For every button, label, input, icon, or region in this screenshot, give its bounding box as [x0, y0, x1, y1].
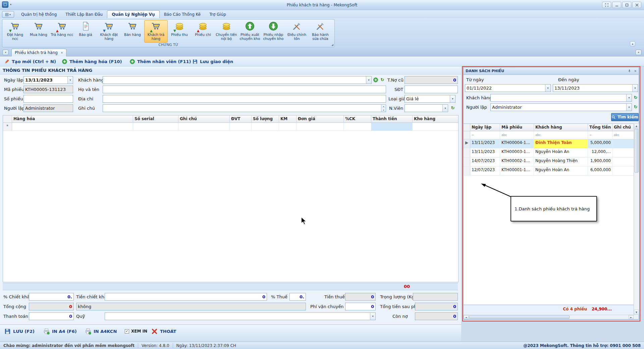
save-layout-button[interactable]: Lưu giao diện	[192, 56, 233, 66]
col-ck[interactable]: %CK	[344, 115, 371, 122]
chiet-khau-pct-input[interactable]: 0.	[29, 293, 74, 301]
ribbon-btn-chuyen-tien-noi-bo[interactable]: Chuyển tiền nội bộ	[215, 20, 238, 43]
dropdown-icon[interactable]: ▾	[545, 85, 550, 92]
tab-close-left-button[interactable]: ✕	[3, 50, 8, 55]
ribbon-btn-tra-hang-ncc[interactable]: ▲ Trả hàng ncc	[50, 20, 74, 43]
dropdown-icon[interactable]: ▾	[442, 105, 448, 112]
ribbon-btn-phieu-nhap-chuyen-kho[interactable]: Phiếu nhập chuyển kho	[262, 20, 285, 43]
scroll-left-icon[interactable]: ◄	[464, 315, 469, 319]
panel-close-icon[interactable]: ✕	[634, 69, 637, 73]
menu-tab-thiet-lap-ban-dau[interactable]: Thiết Lập Ban Đầu	[61, 11, 107, 18]
col-ghi-chu[interactable]: Ghi chú	[612, 124, 634, 131]
col-don-gia[interactable]: Đơn giá	[297, 115, 344, 122]
grid-cell[interactable]	[133, 123, 178, 131]
col-thanh-tien[interactable]: Thành tiền	[371, 115, 413, 122]
ribbon-btn-phieu-thu[interactable]: ▼ Phiếu thu	[168, 20, 191, 43]
panel-khach-hang-select[interactable]: ▾	[490, 94, 632, 102]
table-row[interactable]: 12/07/2023 KTH00001-1... Nguyễn Hoàn An …	[464, 166, 634, 176]
grid-cell[interactable]	[413, 123, 457, 131]
thue-pct-input[interactable]: 0.	[289, 293, 306, 301]
col-hang-hoa[interactable]: Hàng hóa	[12, 115, 133, 122]
tab-close-right-button[interactable]: ✕	[636, 50, 641, 55]
table-row[interactable]: 13/11/2023 KTH00003-1... Nguyễn Hoàn An …	[464, 148, 634, 157]
col-so-serial[interactable]: Số serial	[133, 115, 178, 122]
grid-cell[interactable]	[230, 123, 252, 131]
dropdown-icon[interactable]: ▾	[366, 77, 371, 84]
col-so-luong[interactable]: Số lượng	[252, 115, 279, 122]
menu-tab-quan-tri-he-thong[interactable]: Quản trị hệ thống	[17, 11, 61, 18]
grid-cell[interactable]	[252, 123, 279, 131]
tab-phieu-khach-tra-hang[interactable]: Phiếu khách trả hàng ✕	[11, 49, 66, 56]
col-km[interactable]: KM	[279, 115, 297, 122]
spinner-down-icon[interactable]: ▾	[381, 108, 386, 112]
print-a4kcn-button[interactable]: IN A4KCN	[85, 327, 117, 335]
refresh-employee-icon[interactable]: ↻	[450, 105, 455, 111]
checkbox-checked-icon[interactable]: ✓	[125, 329, 129, 334]
dia-chi-input[interactable]	[103, 95, 386, 103]
minimize-button[interactable]	[612, 2, 621, 8]
ribbon-btn-dieu-chinh-ton[interactable]: Điều chỉnh tồn	[285, 20, 309, 43]
scrollbar-thumb[interactable]	[634, 129, 639, 172]
ribbon-btn-phieu-chi[interactable]: ▲ Phiếu chi	[191, 20, 215, 43]
menu-launcher-button[interactable]: ▾	[2, 11, 14, 18]
col-khach-hang[interactable]: Khách hàng	[534, 124, 588, 131]
ribbon-btn-mua-hang[interactable]: Mua hàng	[27, 20, 50, 43]
spinner-up-icon[interactable]: ▴	[381, 105, 386, 108]
tu-ngay-input[interactable]: 01/11/2022 ▾	[465, 84, 551, 92]
menu-tab-bao-cao-thong-ke[interactable]: Báo Cáo Thống Kê	[160, 11, 205, 18]
n-vien-select[interactable]: ▾	[405, 104, 448, 112]
grid-cell[interactable]	[12, 123, 133, 131]
col-tong-tien[interactable]: Tổng tiền	[588, 124, 612, 131]
ribbon-btn-dat-hang-ncc[interactable]: ▼ Đặt hàng ncc	[3, 20, 27, 43]
dropdown-icon[interactable]: ▾	[632, 85, 638, 92]
dropdown-icon[interactable]: ▾	[450, 95, 455, 102]
grid-cell[interactable]	[178, 123, 230, 131]
table-row[interactable]: ▶ 13/11/2023 KTH00004-1... Đinh Thiện To…	[464, 139, 634, 148]
den-ngay-input[interactable]: 13/11/2023 ▾	[553, 84, 638, 92]
scrollbar-thumb[interactable]	[469, 315, 570, 319]
scroll-down-icon[interactable]: ▼	[634, 310, 639, 315]
menu-tab-tro-giup[interactable]: Trợ Giúp	[205, 11, 230, 18]
dialog-launcher-icon[interactable]: ◢	[331, 43, 333, 46]
xem-in-checkbox[interactable]: ✓ XEM IN	[125, 327, 147, 335]
pin-icon[interactable]	[628, 69, 631, 73]
col-dvt[interactable]: ĐVT	[230, 115, 252, 122]
grid-cell-selected[interactable]	[371, 123, 413, 131]
col-ngay-lap[interactable]: Ngày lập	[470, 124, 500, 131]
dropdown-icon[interactable]: ▾	[370, 313, 375, 320]
khach-hang-select[interactable]: ▾	[103, 76, 372, 84]
exit-button[interactable]: THOÁT	[151, 327, 176, 335]
ho-va-ten-input[interactable]	[103, 86, 386, 93]
refresh-icon[interactable]: ↻	[633, 95, 638, 100]
so-phieu-input[interactable]	[23, 95, 73, 103]
close-button[interactable]	[632, 2, 641, 8]
ghi-chu-input[interactable]: ▴ ▾	[103, 104, 386, 112]
items-grid-new-row[interactable]: *	[3, 123, 458, 131]
tien-chiet-khau-input[interactable]: 0	[105, 293, 267, 301]
search-button[interactable]: Tìm kiếm	[611, 113, 639, 121]
add-customer-icon[interactable]	[373, 77, 378, 83]
refresh-icon[interactable]: ↻	[633, 104, 638, 110]
save-button[interactable]: LƯU (F2)	[4, 327, 35, 335]
ribbon-btn-bao-hanh-sua-chua[interactable]: Bảo hành sửa chữa	[309, 20, 332, 43]
print-a4-button[interactable]: IN A4 (F6)	[43, 327, 77, 335]
ribbon-collapse-icon[interactable]: ▴	[630, 41, 635, 46]
quick-access-dropdown-icon[interactable]: ▾	[10, 3, 11, 6]
add-employee-button[interactable]: Thêm nhân viên (F11)	[129, 56, 191, 66]
ribbon-btn-phieu-xuat-chuyen-kho[interactable]: Phiếu xuất chuyển kho	[238, 20, 262, 43]
dropdown-icon[interactable]: ▾	[626, 104, 632, 111]
col-ghi-chu[interactable]: Ghi chú	[178, 115, 230, 122]
filter-row[interactable]: = abc abc = abc	[464, 131, 634, 139]
ribbon-btn-khach-dat-hang[interactable]: ▼ Khách đặt hàng	[97, 20, 121, 43]
ribbon-btn-bao-gia[interactable]: Báo giá	[74, 20, 97, 43]
table-row[interactable]: 14/07/2023 KTH00002-1... Nguyễn Hoàng Th…	[464, 157, 634, 166]
add-product-button[interactable]: Thêm hàng hóa (F10)	[62, 56, 122, 66]
phi-van-chuyen-input[interactable]: 0	[345, 303, 376, 310]
spinner-control[interactable]: ▴ ▾	[381, 105, 386, 112]
ngay-lap-input[interactable]: 13/11/2023 ▾	[23, 76, 73, 84]
col-ma-phieu[interactable]: Mã phiếu	[500, 124, 534, 131]
grid-cell[interactable]	[344, 123, 371, 131]
grid-cell[interactable]	[279, 123, 297, 131]
horizontal-scrollbar[interactable]: ◄ ►	[464, 315, 634, 319]
scroll-up-icon[interactable]: ▲	[634, 123, 639, 129]
